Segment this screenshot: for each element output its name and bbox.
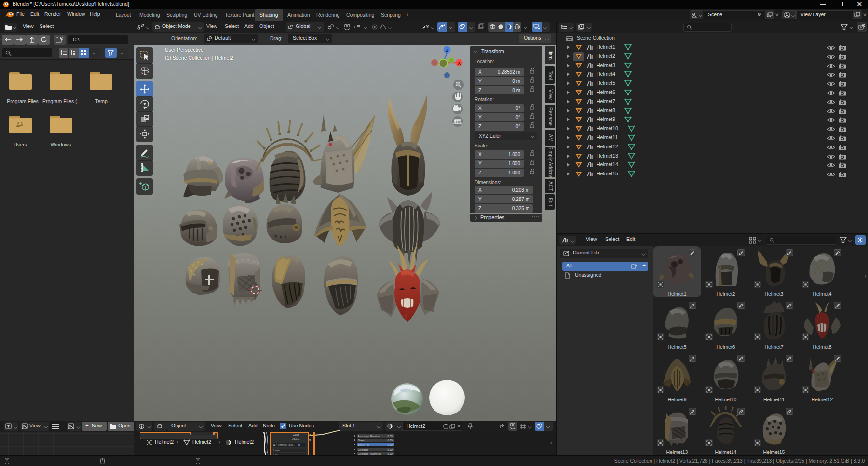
svg-text:X: X: [458, 61, 461, 66]
svg-text:Z: Z: [446, 48, 448, 53]
